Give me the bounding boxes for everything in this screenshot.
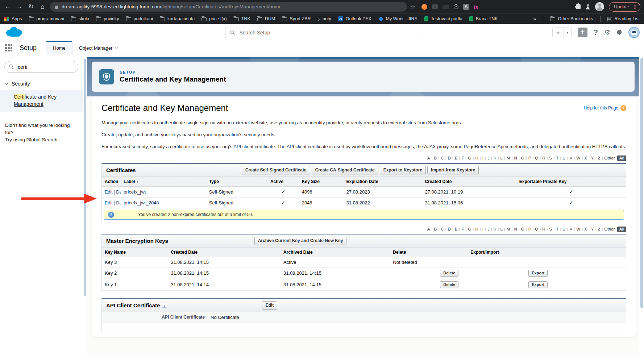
tab-object-manager[interactable]: Object Manager [72, 41, 125, 55]
update-button[interactable]: Update ⋮ [609, 2, 640, 12]
bookmark-podnikani[interactable]: podnikani [126, 16, 153, 21]
extensions-puzzle-icon[interactable] [576, 4, 581, 9]
alpha-filter-w[interactable]: W [576, 227, 580, 231]
browser-profile-avatar[interactable] [595, 2, 604, 11]
other-bookmarks[interactable]: Other Bookmarks [550, 16, 593, 21]
delete-button[interactable]: Delete [440, 270, 458, 277]
alpha-filter-a[interactable]: A [427, 156, 430, 160]
alpha-filter-h[interactable]: H [475, 156, 478, 160]
bookmark-povidky[interactable]: povidky [96, 16, 119, 21]
certificate-label-link[interactable]: pricefx_jwt [124, 189, 146, 195]
bookmark-dum[interactable]: DUM [257, 16, 275, 21]
alpha-filter-l[interactable]: L [500, 156, 502, 160]
alpha-filter-c[interactable]: C [441, 156, 444, 160]
alpha-filter-z[interactable]: Z [598, 227, 601, 231]
alpha-filter-g[interactable]: G [468, 156, 471, 160]
button-create-ca-signed-certificate[interactable]: Create CA-Signed Certificate [312, 166, 378, 174]
bookmarks-overflow-chevron[interactable]: » [533, 16, 536, 22]
alpha-filter-d[interactable]: D [448, 156, 451, 160]
back-icon[interactable]: ← [4, 3, 12, 11]
global-search-box[interactable] [225, 27, 419, 38]
alpha-filter-v[interactable]: V [570, 227, 573, 231]
alpha-filter-y[interactable]: Y [591, 227, 594, 231]
button-create-self-signed-certificate[interactable]: Create Self-Signed Certificate [242, 166, 310, 174]
extension-atom-icon[interactable] [454, 4, 458, 9]
alpha-filter-u[interactable]: U [562, 156, 565, 160]
alpha-filter-t[interactable]: T [556, 156, 558, 160]
bookmark-testovac-p-dla[interactable]: Testovací pádla [424, 16, 462, 21]
bookmark-outlook-pfx[interactable]: Outlook PFX [338, 16, 371, 21]
alpha-filter-x[interactable]: X [584, 227, 587, 231]
bookmark-star-icon[interactable]: ☆ [410, 3, 415, 10]
address-bar[interactable]: dream-agility-5998-dev-ed.lightning.forc… [50, 2, 407, 12]
bookmark-sport-zbr[interactable]: Sport ZBR [282, 16, 311, 21]
bookmark-braca-tnk[interactable]: Braca TNK [469, 16, 498, 21]
notifications-bell-icon[interactable] [616, 29, 622, 36]
archive-create-key-button[interactable]: Archive Current Key and Create New Key [254, 237, 347, 245]
alpha-filter-a[interactable]: A [427, 227, 430, 231]
edit-link[interactable]: Edit [105, 190, 113, 195]
reload-icon[interactable]: ↻ [27, 3, 35, 11]
certificate-label-link[interactable]: pricefx_jwt_2048 [124, 200, 159, 206]
alpha-filter-f[interactable]: F [461, 227, 464, 231]
button-import-from-keystore[interactable]: Import from Keystore [427, 166, 479, 174]
api-edit-button[interactable]: Edit [262, 301, 278, 310]
scrollbar-thumb[interactable] [640, 58, 643, 308]
bookmark-my-work-jira[interactable]: My Work - JIRA [378, 16, 417, 21]
alpha-filter-e[interactable]: E [455, 227, 458, 231]
del-link[interactable]: Del [116, 200, 121, 206]
bookmark-noty[interactable]: noty [318, 16, 331, 22]
alpha-filter-u[interactable]: U [562, 227, 565, 231]
alpha-filter-g[interactable]: G [468, 227, 471, 231]
alpha-filter-w[interactable]: W [576, 156, 580, 160]
setup-search-input[interactable] [239, 29, 414, 36]
extension-flask-icon[interactable] [585, 4, 590, 9]
home-icon[interactable]: ⌂ [38, 3, 47, 11]
bookmark-tnk[interactable]: TNK [234, 16, 250, 21]
extension-camera-icon[interactable] [432, 4, 438, 9]
alpha-filter-q[interactable]: Q [535, 156, 538, 160]
alpha-filter-l[interactable]: L [500, 227, 502, 231]
bookmark-price-f-x[interactable]: price f(x) [201, 16, 227, 21]
favorites-star-icon[interactable]: ★ [553, 28, 564, 37]
alpha-filter-y[interactable]: Y [591, 156, 594, 160]
help-question-icon[interactable]: ? [620, 105, 626, 111]
alpha-filter-m[interactable]: M [507, 156, 510, 160]
certificate-key-management-link[interactable]: Certificate and Key Management [14, 94, 57, 107]
alpha-filter-m[interactable]: M [507, 227, 510, 231]
export-button[interactable]: Export [528, 281, 548, 288]
alpha-filter-i[interactable]: I [482, 227, 483, 231]
app-launcher-waffle-icon[interactable] [5, 44, 12, 51]
alpha-filter-h[interactable]: H [475, 227, 478, 231]
alpha-filter-i[interactable]: I [482, 156, 483, 160]
alpha-filter-p[interactable]: P [528, 227, 531, 231]
bookmark-skola[interactable]: skola [71, 16, 89, 21]
alpha-filter-e[interactable]: E [455, 156, 458, 160]
alpha-filter-x[interactable]: X [584, 156, 587, 160]
button-export-to-keystore[interactable]: Export to Keystore [380, 166, 426, 174]
bookmark-programovani[interactable]: programovani [29, 16, 64, 21]
alpha-filter-b[interactable]: B [434, 227, 437, 231]
alpha-filter-other[interactable]: Other [604, 156, 615, 160]
extension-dimmed-icon[interactable] [443, 5, 449, 9]
tab-home[interactable]: Home [46, 41, 72, 55]
alpha-filter-o[interactable]: O [521, 156, 524, 160]
info-icon[interactable]: i [162, 303, 167, 308]
alpha-filter-j[interactable]: J [487, 156, 490, 160]
bookmark-kartapacienta[interactable]: kartapacienta [160, 16, 195, 21]
gear-icon[interactable]: ⚙ [604, 28, 610, 37]
favorites-dropdown-icon[interactable]: ▼ [564, 28, 571, 37]
alpha-filter-q[interactable]: Q [535, 227, 538, 231]
alpha-filter-t[interactable]: T [556, 227, 558, 231]
kebab-menu-icon[interactable]: ⋮ [632, 4, 637, 10]
quick-find-box[interactable] [4, 61, 78, 73]
sidebar-item-certificate-and-key-management[interactable]: Certificate and Key Management [0, 90, 83, 112]
alpha-filter-s[interactable]: S [549, 227, 552, 231]
alpha-filter-k[interactable]: K [494, 156, 496, 160]
alpha-filter-s[interactable]: S [549, 156, 552, 160]
alpha-filter-d[interactable]: D [448, 227, 451, 231]
alpha-filter-c[interactable]: C [441, 227, 444, 231]
scrollbar-thumb[interactable] [84, 59, 86, 296]
alpha-filter-other[interactable]: Other [604, 227, 615, 231]
alpha-filter-r[interactable]: R [542, 227, 545, 231]
